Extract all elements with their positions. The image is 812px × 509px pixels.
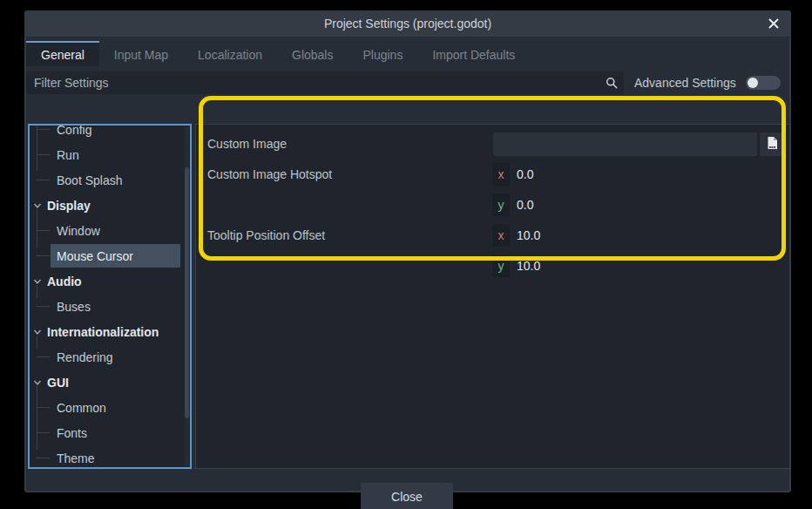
property-row-custom-image: Custom Image xyxy=(196,129,789,159)
tree-scrollbar-thumb[interactable] xyxy=(185,167,189,419)
tree-item-theme[interactable]: Theme xyxy=(30,445,184,467)
property-label: Custom Image Hotspot xyxy=(207,159,332,190)
axis-x-badge: x xyxy=(492,224,510,247)
property-row-hotspot-y: y 0.0 xyxy=(196,190,789,221)
tree-item-fonts[interactable]: Fonts xyxy=(30,420,184,445)
filter-settings-box xyxy=(26,71,624,94)
properties-panel: Custom Image xyxy=(195,124,790,469)
axis-x-badge: x xyxy=(492,163,510,186)
settings-tree: Config Run Boot Splash Display Window Mo… xyxy=(30,126,184,467)
search-icon xyxy=(606,77,618,92)
tree-item-display[interactable]: Display xyxy=(30,193,184,218)
axis-y-badge: y xyxy=(492,254,510,277)
tab-general[interactable]: General xyxy=(26,41,99,66)
dialog-body: General Input Map Localization Globals P… xyxy=(26,37,789,491)
close-button[interactable]: Close xyxy=(361,483,453,509)
dialog-title: Project Settings (project.godot) xyxy=(24,10,791,37)
advanced-settings-toggle[interactable] xyxy=(746,76,781,90)
chevron-down-icon xyxy=(33,201,42,210)
chevron-down-icon xyxy=(33,378,42,387)
tree-item-window[interactable]: Window xyxy=(30,218,184,243)
load-file-button[interactable] xyxy=(760,132,784,156)
tab-bar: General Input Map Localization Globals P… xyxy=(26,41,530,66)
tree-item-mouse-cursor[interactable]: Mouse Cursor xyxy=(30,243,184,268)
property-row-tooltip-offset-y: y 10.0 xyxy=(196,251,789,282)
custom-image-input[interactable] xyxy=(493,132,757,156)
tooltip-offset-y-value[interactable]: 10.0 xyxy=(517,251,540,282)
tree-item-config[interactable]: Config xyxy=(30,126,184,142)
project-settings-dialog: Project Settings (project.godot) General… xyxy=(24,10,791,492)
tree-item-boot-splash[interactable]: Boot Splash xyxy=(30,167,184,193)
tree-item-audio[interactable]: Audio xyxy=(30,268,184,294)
tab-globals[interactable]: Globals xyxy=(277,41,348,66)
property-row-hotspot-x: Custom Image Hotspot x 0.0 xyxy=(196,159,789,190)
tree-item-gui[interactable]: GUI xyxy=(30,370,184,395)
property-label: Custom Image xyxy=(207,129,287,159)
titlebar: Project Settings (project.godot) xyxy=(24,10,791,37)
tab-input-map[interactable]: Input Map xyxy=(99,41,183,66)
tree-scrollbar xyxy=(185,126,189,466)
tree-item-internationalization[interactable]: Internationalization xyxy=(30,319,184,344)
tree-item-rendering[interactable]: Rendering xyxy=(30,344,184,370)
screen: Project Settings (project.godot) General… xyxy=(0,0,812,509)
tab-localization[interactable]: Localization xyxy=(183,41,277,66)
chevron-down-icon xyxy=(33,277,42,286)
property-label: Tooltip Position Offset xyxy=(207,221,325,251)
hotspot-x-value[interactable]: 0.0 xyxy=(517,159,533,190)
chevron-down-icon xyxy=(33,328,42,336)
tree-item-buses[interactable]: Buses xyxy=(30,294,184,319)
toggle-knob-icon xyxy=(748,78,758,88)
settings-tree-panel: Config Run Boot Splash Display Window Mo… xyxy=(28,124,192,469)
advanced-settings-label: Advanced Settings xyxy=(634,71,736,94)
axis-y-badge: y xyxy=(492,193,510,216)
tree-item-run[interactable]: Run xyxy=(30,142,184,167)
tree-item-common[interactable]: Common xyxy=(30,395,184,420)
load-file-icon xyxy=(766,136,779,153)
filter-settings-input[interactable] xyxy=(26,71,624,94)
hotspot-y-value[interactable]: 0.0 xyxy=(517,190,533,221)
tab-import-defaults[interactable]: Import Defaults xyxy=(417,41,530,66)
tab-plugins[interactable]: Plugins xyxy=(348,41,417,66)
property-row-tooltip-offset-x: Tooltip Position Offset x 10.0 xyxy=(196,221,789,251)
close-icon[interactable] xyxy=(768,17,780,30)
tooltip-offset-x-value[interactable]: 10.0 xyxy=(517,221,540,251)
